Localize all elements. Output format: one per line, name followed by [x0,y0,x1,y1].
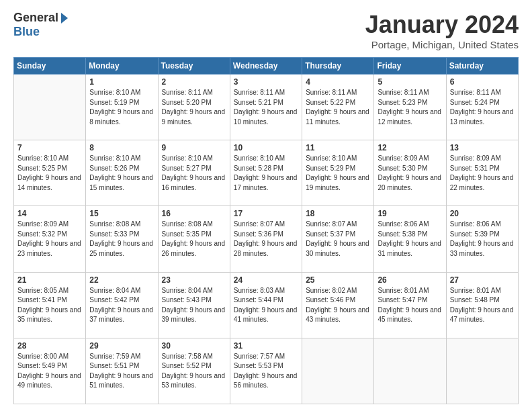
logo: General Blue [13,11,68,39]
day-info: Sunrise: 8:08 AM Sunset: 5:35 PM Dayligh… [162,220,226,259]
calendar-header-tuesday: Tuesday [158,58,230,75]
day-number: 8 [89,143,154,152]
day-info: Sunrise: 8:11 AM Sunset: 5:24 PM Dayligh… [450,88,515,127]
day-info: Sunrise: 8:01 AM Sunset: 5:48 PM Dayligh… [450,286,515,325]
calendar-header-wednesday: Wednesday [230,58,302,75]
day-info: Sunrise: 8:10 AM Sunset: 5:28 PM Dayligh… [234,154,298,193]
day-number: 12 [378,143,442,152]
calendar: SundayMondayTuesdayWednesdayThursdayFrid… [13,57,519,404]
calendar-cell [302,338,374,404]
calendar-cell: 25Sunrise: 8:02 AM Sunset: 5:46 PM Dayli… [302,272,374,338]
calendar-cell: 2Sunrise: 8:11 AM Sunset: 5:20 PM Daylig… [158,75,230,140]
calendar-cell: 23Sunrise: 8:04 AM Sunset: 5:43 PM Dayli… [158,272,230,338]
day-info: Sunrise: 8:07 AM Sunset: 5:37 PM Dayligh… [306,220,370,259]
calendar-week-row: 28Sunrise: 8:00 AM Sunset: 5:49 PM Dayli… [14,338,519,404]
calendar-cell: 6Sunrise: 8:11 AM Sunset: 5:24 PM Daylig… [446,75,518,140]
calendar-cell: 31Sunrise: 7:57 AM Sunset: 5:53 PM Dayli… [230,338,302,404]
calendar-cell: 22Sunrise: 8:04 AM Sunset: 5:42 PM Dayli… [86,272,158,338]
calendar-cell: 28Sunrise: 8:00 AM Sunset: 5:49 PM Dayli… [14,338,86,404]
calendar-header-row: SundayMondayTuesdayWednesdayThursdayFrid… [14,58,519,75]
day-info: Sunrise: 8:07 AM Sunset: 5:36 PM Dayligh… [234,220,298,259]
calendar-cell [14,75,86,140]
day-info: Sunrise: 8:11 AM Sunset: 5:21 PM Dayligh… [234,88,298,127]
calendar-cell: 3Sunrise: 8:11 AM Sunset: 5:21 PM Daylig… [230,75,302,140]
day-info: Sunrise: 7:57 AM Sunset: 5:53 PM Dayligh… [234,352,298,391]
day-number: 31 [234,341,298,351]
calendar-cell: 12Sunrise: 8:09 AM Sunset: 5:30 PM Dayli… [374,140,446,206]
day-number: 5 [378,77,442,87]
logo-general-text: General [13,11,58,25]
calendar-cell: 16Sunrise: 8:08 AM Sunset: 5:35 PM Dayli… [158,206,230,272]
calendar-week-row: 14Sunrise: 8:09 AM Sunset: 5:32 PM Dayli… [14,206,519,272]
calendar-header-saturday: Saturday [446,58,518,75]
day-number: 7 [17,143,82,152]
day-number: 3 [234,77,298,87]
day-info: Sunrise: 8:08 AM Sunset: 5:33 PM Dayligh… [89,220,154,259]
calendar-cell: 30Sunrise: 7:58 AM Sunset: 5:52 PM Dayli… [158,338,230,404]
day-info: Sunrise: 8:10 AM Sunset: 5:19 PM Dayligh… [89,88,154,127]
calendar-cell [446,338,518,404]
day-number: 1 [89,77,154,87]
day-info: Sunrise: 8:09 AM Sunset: 5:30 PM Dayligh… [378,154,442,193]
day-info: Sunrise: 8:02 AM Sunset: 5:46 PM Dayligh… [306,286,370,325]
title-block: January 2024 Portage, Michigan, United S… [365,11,519,50]
day-number: 29 [89,341,154,351]
calendar-cell: 13Sunrise: 8:09 AM Sunset: 5:31 PM Dayli… [446,140,518,206]
day-info: Sunrise: 8:05 AM Sunset: 5:41 PM Dayligh… [17,286,82,325]
calendar-header-monday: Monday [86,58,158,75]
calendar-week-row: 7Sunrise: 8:10 AM Sunset: 5:25 PM Daylig… [14,140,519,206]
calendar-cell: 26Sunrise: 8:01 AM Sunset: 5:47 PM Dayli… [374,272,446,338]
day-number: 14 [17,209,82,218]
month-title: January 2024 [365,11,519,39]
calendar-cell: 19Sunrise: 8:06 AM Sunset: 5:38 PM Dayli… [374,206,446,272]
day-number: 21 [17,275,82,285]
day-number: 4 [306,77,370,87]
day-info: Sunrise: 8:10 AM Sunset: 5:26 PM Dayligh… [89,154,154,193]
day-number: 15 [89,209,154,218]
calendar-cell: 27Sunrise: 8:01 AM Sunset: 5:48 PM Dayli… [446,272,518,338]
calendar-cell: 4Sunrise: 8:11 AM Sunset: 5:22 PM Daylig… [302,75,374,140]
calendar-cell: 18Sunrise: 8:07 AM Sunset: 5:37 PM Dayli… [302,206,374,272]
logo-arrow-icon [61,13,68,24]
day-number: 17 [234,209,298,218]
calendar-header-sunday: Sunday [14,58,86,75]
calendar-header-friday: Friday [374,58,446,75]
day-number: 9 [162,143,226,152]
day-info: Sunrise: 8:11 AM Sunset: 5:22 PM Dayligh… [306,88,370,127]
calendar-cell: 17Sunrise: 8:07 AM Sunset: 5:36 PM Dayli… [230,206,302,272]
page: General Blue January 2024 Portage, Michi… [0,0,532,411]
calendar-cell: 15Sunrise: 8:08 AM Sunset: 5:33 PM Dayli… [86,206,158,272]
day-info: Sunrise: 7:58 AM Sunset: 5:52 PM Dayligh… [162,352,226,391]
day-info: Sunrise: 8:03 AM Sunset: 5:44 PM Dayligh… [234,286,298,325]
header: General Blue January 2024 Portage, Michi… [13,11,519,50]
day-info: Sunrise: 8:06 AM Sunset: 5:38 PM Dayligh… [378,220,442,259]
day-number: 28 [17,341,82,351]
day-number: 11 [306,143,370,152]
day-number: 30 [162,341,226,351]
day-info: Sunrise: 8:10 AM Sunset: 5:25 PM Dayligh… [17,154,82,193]
calendar-header-thursday: Thursday [302,58,374,75]
day-info: Sunrise: 8:09 AM Sunset: 5:31 PM Dayligh… [450,154,515,193]
calendar-cell: 29Sunrise: 7:59 AM Sunset: 5:51 PM Dayli… [86,338,158,404]
location: Portage, Michigan, United States [365,39,519,50]
day-info: Sunrise: 8:10 AM Sunset: 5:29 PM Dayligh… [306,154,370,193]
day-number: 16 [162,209,226,218]
logo-blue-text: Blue [13,25,40,39]
day-info: Sunrise: 7:59 AM Sunset: 5:51 PM Dayligh… [89,352,154,391]
calendar-week-row: 21Sunrise: 8:05 AM Sunset: 5:41 PM Dayli… [14,272,519,338]
calendar-week-row: 1Sunrise: 8:10 AM Sunset: 5:19 PM Daylig… [14,75,519,140]
day-info: Sunrise: 8:10 AM Sunset: 5:27 PM Dayligh… [162,154,226,193]
calendar-cell: 9Sunrise: 8:10 AM Sunset: 5:27 PM Daylig… [158,140,230,206]
day-number: 20 [450,209,515,218]
day-info: Sunrise: 8:04 AM Sunset: 5:42 PM Dayligh… [89,286,154,325]
calendar-cell [374,338,446,404]
day-number: 2 [162,77,226,87]
calendar-cell: 8Sunrise: 8:10 AM Sunset: 5:26 PM Daylig… [86,140,158,206]
day-info: Sunrise: 8:06 AM Sunset: 5:39 PM Dayligh… [450,220,515,259]
calendar-cell: 5Sunrise: 8:11 AM Sunset: 5:23 PM Daylig… [374,75,446,140]
calendar-cell: 7Sunrise: 8:10 AM Sunset: 5:25 PM Daylig… [14,140,86,206]
calendar-cell: 11Sunrise: 8:10 AM Sunset: 5:29 PM Dayli… [302,140,374,206]
day-number: 26 [378,275,442,285]
day-info: Sunrise: 8:01 AM Sunset: 5:47 PM Dayligh… [378,286,442,325]
day-number: 25 [306,275,370,285]
